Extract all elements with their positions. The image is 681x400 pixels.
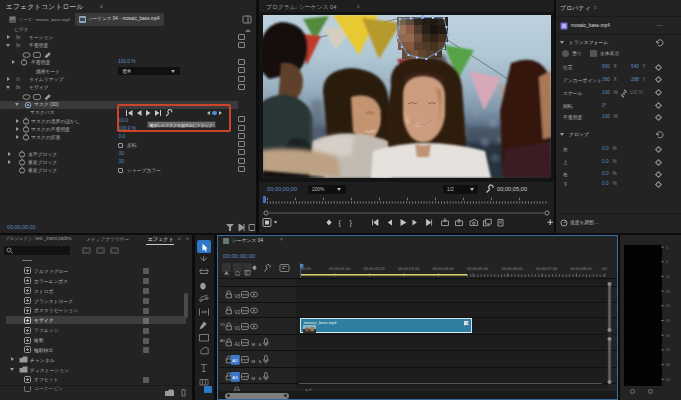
svg-text:48: 48 <box>666 363 670 367</box>
svg-text:00;00;07;00: 00;00;07;00 <box>536 266 558 271</box>
svg-text:S: S <box>259 359 262 364</box>
svg-text:V2: V2 <box>235 309 241 314</box>
svg-text:00;: 00; <box>602 266 608 271</box>
svg-text:M: M <box>252 342 256 347</box>
svg-text:}: } <box>350 219 353 227</box>
svg-text:{: { <box>339 219 342 227</box>
svg-text:12: 12 <box>666 275 670 279</box>
svg-text:00;00;05;00: 00;00;05;00 <box>467 266 489 271</box>
svg-text:A3: A3 <box>232 374 238 379</box>
svg-text:36: 36 <box>666 334 670 338</box>
svg-text:S: S <box>259 375 262 380</box>
svg-text:M: M <box>252 375 256 380</box>
svg-text:42: 42 <box>666 348 670 352</box>
svg-text:18: 18 <box>666 290 670 294</box>
svg-text:V1: V1 <box>235 325 241 330</box>
svg-text:0: 0 <box>666 246 668 250</box>
svg-text:24: 24 <box>666 304 670 308</box>
svg-text:A1: A1 <box>235 342 241 347</box>
svg-text:A2: A2 <box>232 358 238 363</box>
svg-text:30: 30 <box>666 319 670 323</box>
svg-text:00;00;06;00: 00;00;06;00 <box>502 266 524 271</box>
svg-text:M: M <box>252 359 256 364</box>
svg-text:6: 6 <box>666 260 668 264</box>
svg-text:V3: V3 <box>235 294 241 299</box>
svg-text:00;00;01;00: 00;00;01;00 <box>329 266 351 271</box>
svg-text:00;00;08;00: 00;00;08;00 <box>571 266 593 271</box>
svg-text:00;00;03;00: 00;00;03;00 <box>398 266 420 271</box>
svg-text:00;00;02;00: 00;00;02;00 <box>364 266 386 271</box>
svg-text:54: 54 <box>666 378 670 382</box>
svg-text:00;00;04;00: 00;00;04;00 <box>433 266 455 271</box>
svg-text:S: S <box>259 342 262 347</box>
